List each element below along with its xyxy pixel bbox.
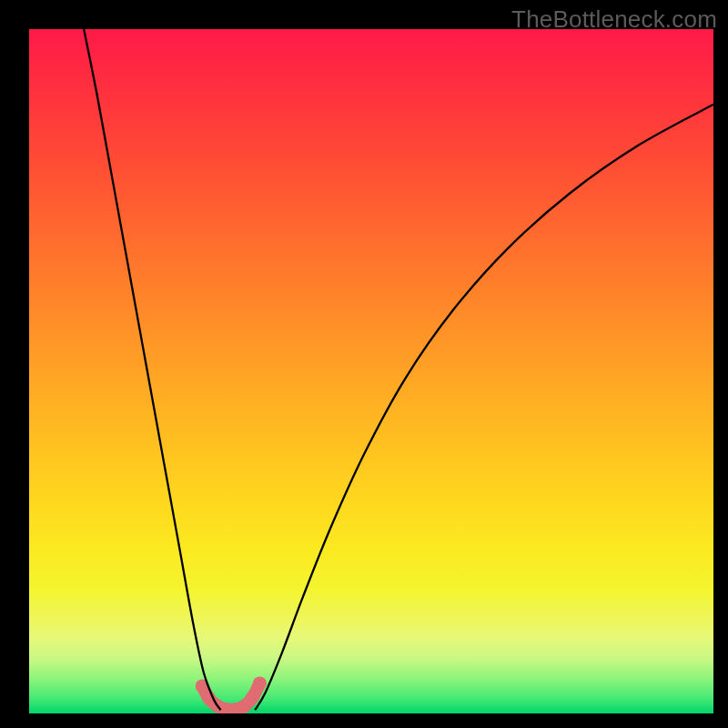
- trough-marker-dot: [246, 690, 259, 703]
- curve-right-branch: [255, 105, 713, 711]
- curve-left-branch: [84, 29, 220, 710]
- curve-layer: [29, 29, 713, 713]
- plot-area: [29, 29, 713, 713]
- trough-marker-dot: [253, 676, 267, 690]
- chart-frame: TheBottleneck.com: [0, 0, 728, 728]
